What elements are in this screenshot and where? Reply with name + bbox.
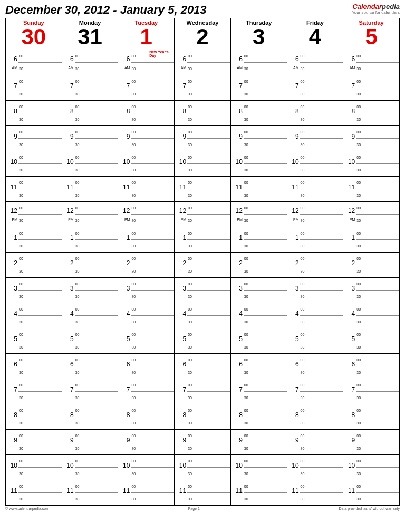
hour-cell[interactable]: 100030	[6, 151, 62, 177]
hour-cell[interactable]: 90030	[175, 126, 231, 151]
hour-cell[interactable]: 20030	[62, 253, 119, 278]
hour-cell[interactable]: 90030	[118, 126, 175, 151]
hour-cell[interactable]: 100030	[62, 455, 119, 480]
hour-cell[interactable]: 110030	[343, 177, 400, 202]
hour-cell[interactable]: 12PM0030	[231, 202, 287, 227]
hour-cell[interactable]: 12PM0030	[343, 202, 400, 227]
hour-cell[interactable]: 60030	[343, 354, 400, 379]
hour-cell[interactable]: 12PM0030	[118, 202, 175, 227]
hour-cell[interactable]: 50030	[343, 328, 400, 354]
hour-cell[interactable]: 60030	[175, 354, 231, 379]
hour-cell[interactable]: 20030	[343, 253, 400, 278]
hour-cell[interactable]: 10030	[287, 227, 344, 253]
hour-cell[interactable]: 70030	[118, 75, 175, 101]
hour-cell[interactable]: 70030	[118, 379, 175, 404]
hour-cell[interactable]: 100030	[231, 151, 287, 177]
hour-cell[interactable]: 100030	[231, 455, 287, 480]
hour-cell[interactable]: 40030	[231, 303, 287, 328]
hour-cell[interactable]: 70030	[6, 75, 62, 101]
hour-cell[interactable]: 70030	[287, 75, 344, 101]
hour-cell[interactable]: 20030	[118, 253, 175, 278]
hour-cell[interactable]: 100030	[6, 455, 62, 480]
hour-cell[interactable]: 40030	[118, 303, 175, 328]
hour-cell[interactable]: 70030	[175, 379, 231, 404]
hour-cell[interactable]: 80030	[175, 101, 231, 126]
hour-cell[interactable]: 90030	[287, 126, 344, 151]
hour-cell[interactable]: 6AM0030	[62, 50, 119, 75]
hour-cell[interactable]: 110030	[175, 480, 231, 506]
hour-cell[interactable]: 100030	[62, 151, 119, 177]
hour-cell[interactable]: 12PM0030	[287, 202, 344, 227]
hour-cell[interactable]: 90030	[343, 126, 400, 151]
hour-cell[interactable]: 80030	[343, 101, 400, 126]
hour-cell[interactable]: 6AM00New Year's Day30	[118, 50, 175, 75]
hour-cell[interactable]: 10030	[343, 227, 400, 253]
hour-cell[interactable]: 70030	[343, 379, 400, 404]
hour-cell[interactable]: 6AM0030	[287, 50, 344, 75]
hour-cell[interactable]: 90030	[231, 126, 287, 151]
hour-cell[interactable]: 110030	[118, 480, 175, 506]
hour-cell[interactable]: 70030	[6, 379, 62, 404]
hour-cell[interactable]: 20030	[287, 253, 344, 278]
hour-cell[interactable]: 60030	[6, 354, 62, 379]
hour-cell[interactable]: 12PM0030	[62, 202, 119, 227]
hour-cell[interactable]: 80030	[287, 101, 344, 126]
hour-cell[interactable]: 70030	[62, 75, 119, 101]
hour-cell[interactable]: 40030	[287, 303, 344, 328]
hour-cell[interactable]: 30030	[343, 278, 400, 303]
hour-cell[interactable]: 40030	[6, 303, 62, 328]
hour-cell[interactable]: 80030	[118, 404, 175, 430]
hour-cell[interactable]: 100030	[287, 455, 344, 480]
hour-cell[interactable]: 70030	[231, 75, 287, 101]
hour-cell[interactable]: 80030	[287, 404, 344, 430]
hour-cell[interactable]: 50030	[175, 328, 231, 354]
hour-cell[interactable]: 60030	[287, 354, 344, 379]
hour-cell[interactable]: 90030	[62, 126, 119, 151]
hour-cell[interactable]: 60030	[118, 354, 175, 379]
hour-cell[interactable]: 80030	[62, 404, 119, 430]
hour-cell[interactable]: 80030	[6, 404, 62, 430]
hour-cell[interactable]: 12PM0030	[175, 202, 231, 227]
hour-cell[interactable]: 20030	[231, 253, 287, 278]
hour-cell[interactable]: 6AM0030	[175, 50, 231, 75]
hour-cell[interactable]: 90030	[62, 430, 119, 455]
hour-cell[interactable]: 100030	[175, 455, 231, 480]
hour-cell[interactable]: 50030	[287, 328, 344, 354]
hour-cell[interactable]: 70030	[231, 379, 287, 404]
hour-cell[interactable]: 90030	[343, 430, 400, 455]
hour-cell[interactable]: 80030	[343, 404, 400, 430]
hour-cell[interactable]: 90030	[287, 430, 344, 455]
hour-cell[interactable]: 10030	[231, 227, 287, 253]
hour-cell[interactable]: 110030	[175, 177, 231, 202]
hour-cell[interactable]: 6AM0030	[231, 50, 287, 75]
hour-cell[interactable]: 90030	[6, 126, 62, 151]
hour-cell[interactable]: 30030	[62, 278, 119, 303]
hour-cell[interactable]: 70030	[62, 379, 119, 404]
hour-cell[interactable]: 110030	[343, 480, 400, 506]
hour-cell[interactable]: 80030	[175, 404, 231, 430]
hour-cell[interactable]: 110030	[287, 480, 344, 506]
hour-cell[interactable]: 50030	[6, 328, 62, 354]
hour-cell[interactable]: 30030	[175, 278, 231, 303]
hour-cell[interactable]: 70030	[287, 379, 344, 404]
hour-cell[interactable]: 40030	[62, 303, 119, 328]
hour-cell[interactable]: 40030	[175, 303, 231, 328]
hour-cell[interactable]: 10030	[118, 227, 175, 253]
hour-cell[interactable]: 110030	[62, 177, 119, 202]
hour-cell[interactable]: 30030	[6, 278, 62, 303]
hour-cell[interactable]: 90030	[118, 430, 175, 455]
hour-cell[interactable]: 50030	[231, 328, 287, 354]
hour-cell[interactable]: 90030	[231, 430, 287, 455]
hour-cell[interactable]: 90030	[6, 430, 62, 455]
hour-cell[interactable]: 110030	[6, 177, 62, 202]
hour-cell[interactable]: 90030	[175, 430, 231, 455]
hour-cell[interactable]: 80030	[118, 101, 175, 126]
hour-cell[interactable]: 6AM0030	[6, 50, 62, 75]
hour-cell[interactable]: 60030	[231, 354, 287, 379]
hour-cell[interactable]: 6AM0030	[343, 50, 400, 75]
hour-cell[interactable]: 100030	[287, 151, 344, 177]
hour-cell[interactable]: 100030	[118, 151, 175, 177]
hour-cell[interactable]: 70030	[175, 75, 231, 101]
hour-cell[interactable]: 80030	[231, 101, 287, 126]
hour-cell[interactable]: 100030	[343, 455, 400, 480]
